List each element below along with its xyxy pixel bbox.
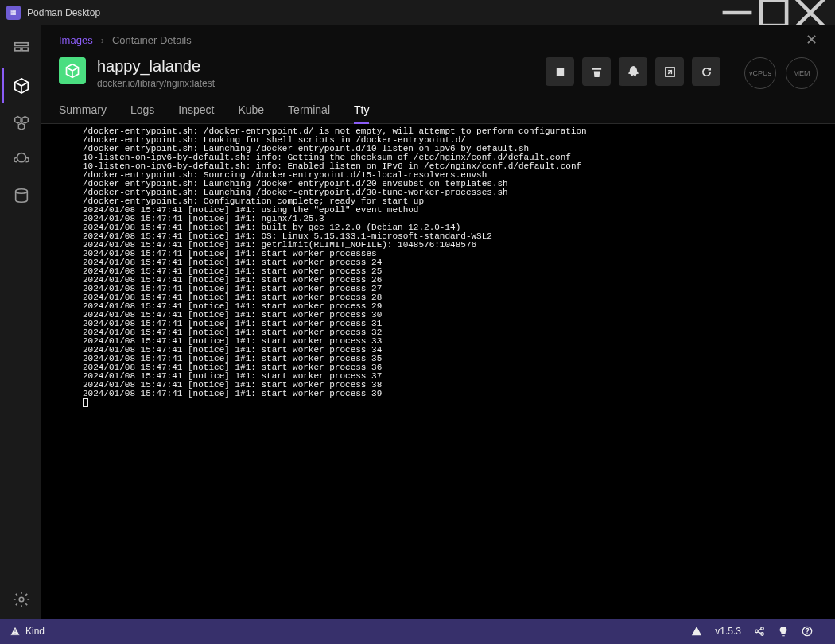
tabs: Summary Logs Inspect Kube Terminal Tty — [41, 97, 835, 124]
tab-summary[interactable]: Summary — [59, 97, 107, 124]
container-icon — [59, 57, 86, 84]
svg-rect-6 — [22, 48, 28, 51]
tty-cursor — [83, 398, 88, 407]
status-warning-icon[interactable] — [691, 626, 702, 637]
tab-tty[interactable]: Tty — [354, 97, 369, 124]
tty-line: 2024/01/08 15:47:41 [notice] 1#1: start … — [83, 390, 827, 398]
nav-settings[interactable] — [2, 582, 40, 617]
delete-button[interactable] — [582, 57, 611, 86]
status-share-icon[interactable] — [754, 626, 765, 637]
container-header: happy_lalande docker.io/library/nginx:la… — [41, 54, 835, 97]
svg-rect-4 — [15, 43, 29, 46]
app-title: Podman Desktop — [27, 7, 100, 18]
stop-button[interactable] — [546, 57, 574, 86]
titlebar: ▦ Podman Desktop — [0, 0, 835, 25]
tab-terminal[interactable]: Terminal — [288, 97, 330, 124]
restart-button[interactable] — [692, 57, 720, 86]
nav-pods[interactable] — [2, 105, 40, 140]
breadcrumb: Images › Container Details ✕ — [41, 25, 835, 54]
svg-point-12 — [761, 627, 764, 630]
svg-rect-5 — [15, 48, 21, 51]
svg-point-8 — [19, 597, 24, 602]
app-icon: ▦ — [6, 6, 21, 20]
vcpus-meter: vCPUs — [744, 57, 776, 89]
minimize-button[interactable] — [719, 0, 755, 25]
nav-dashboard[interactable] — [2, 32, 40, 67]
status-version[interactable]: v1.5.3 — [715, 626, 741, 637]
breadcrumb-root[interactable]: Images — [59, 34, 93, 46]
status-kind[interactable]: Kind — [10, 626, 45, 637]
container-image-ref: docker.io/library/nginx:latest — [97, 78, 215, 89]
sidebar — [0, 25, 41, 619]
status-help-icon[interactable] — [802, 626, 813, 637]
tab-logs[interactable]: Logs — [130, 97, 154, 124]
svg-point-7 — [16, 189, 28, 194]
maximize-button[interactable] — [755, 0, 792, 25]
close-details-button[interactable]: ✕ — [806, 31, 818, 48]
tty-output[interactable]: /docker-entrypoint.sh: /docker-entrypoin… — [41, 124, 835, 619]
svg-point-11 — [755, 630, 759, 633]
mem-meter: MEM — [786, 57, 818, 89]
breadcrumb-current: Container Details — [112, 34, 192, 46]
statusbar: Kind v1.5.3 — [0, 619, 835, 644]
svg-point-13 — [761, 633, 764, 636]
tab-kube[interactable]: Kube — [238, 97, 264, 124]
status-bulb-icon[interactable] — [778, 626, 789, 637]
container-name: happy_lalande — [97, 57, 215, 76]
breadcrumb-sep: › — [101, 34, 104, 46]
close-window-button[interactable] — [792, 0, 829, 25]
tab-inspect[interactable]: Inspect — [178, 97, 214, 124]
nav-containers[interactable] — [2, 68, 40, 103]
svg-rect-1 — [761, 0, 786, 25]
svg-rect-9 — [556, 68, 563, 75]
export-button[interactable] — [655, 57, 684, 86]
nav-images[interactable] — [2, 142, 40, 177]
nav-volumes[interactable] — [2, 178, 40, 213]
deploy-button[interactable] — [619, 57, 647, 86]
